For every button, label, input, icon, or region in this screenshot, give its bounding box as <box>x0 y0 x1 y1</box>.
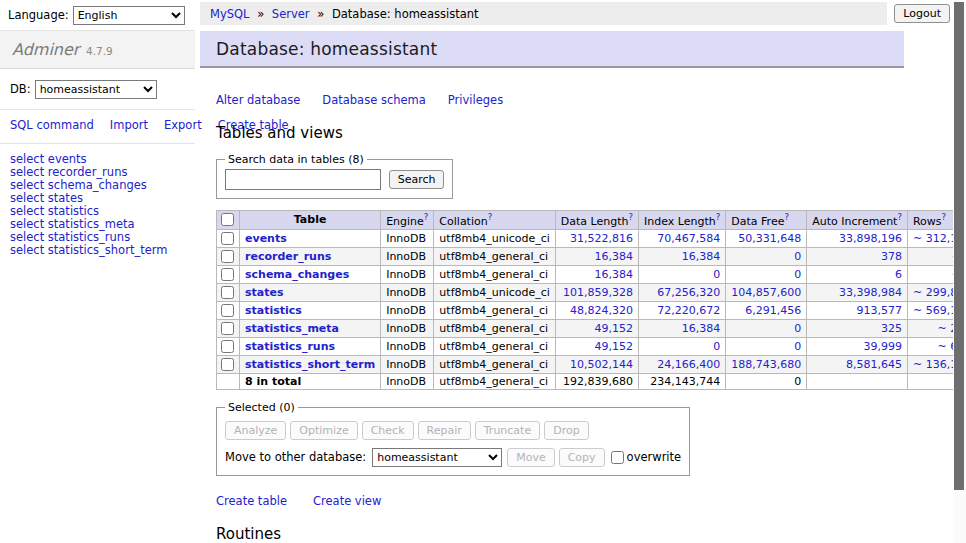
sidebar-table-link[interactable]: select statistics_meta <box>10 218 185 231</box>
collation-cell: utf8mb4_general_ci <box>434 247 555 265</box>
auto-increment-cell: 33,898,196 <box>807 229 908 247</box>
bulk-action-optimize-button[interactable]: Optimize <box>290 421 357 440</box>
db-label: DB: <box>10 82 31 96</box>
table-name-link[interactable]: states <box>245 286 284 299</box>
row-checkbox[interactable] <box>221 286 234 299</box>
row-checkbox-cell <box>217 265 240 283</box>
search-legend: Search data in tables (8) <box>225 153 367 166</box>
row-checkbox[interactable] <box>221 268 234 281</box>
engine-cell: InnoDB <box>381 337 434 355</box>
row-checkbox[interactable] <box>221 340 234 353</box>
collation-cell: utf8mb4_general_ci <box>434 337 555 355</box>
db-selector-row: DB:homeassistant <box>0 69 195 110</box>
engine-cell: InnoDB <box>381 301 434 319</box>
data-free-cell: 188,743,680 <box>726 355 807 373</box>
vertical-scrollbar-track[interactable] <box>953 0 966 543</box>
column-help-link[interactable]: ? <box>897 212 902 222</box>
row-checkbox-cell <box>217 355 240 373</box>
breadcrumb: MySQL » Server » Database: homeassistant <box>200 2 887 25</box>
main-content: MySQL » Server » Database: homeassistant… <box>200 0 904 543</box>
bulk-action-truncate-button[interactable]: Truncate <box>475 421 540 440</box>
logout-button[interactable]: Logout <box>894 4 950 23</box>
overwrite-checkbox[interactable] <box>611 451 624 464</box>
total-data-length-cell: 192,839,680 <box>555 373 638 389</box>
database-action-link[interactable]: Alter database <box>216 93 300 107</box>
data-free-cell: 0 <box>726 265 807 283</box>
index-length-cell: 70,467,584 <box>639 229 726 247</box>
sidebar-action-link[interactable]: Import <box>110 118 148 132</box>
database-action-link[interactable]: Privileges <box>448 93 503 107</box>
table-name-link[interactable]: statistics_runs <box>245 340 335 353</box>
table-row: eventsInnoDButf8mb4_unicode_ci31,522,816… <box>217 229 966 247</box>
table-name-cell: states <box>240 283 381 301</box>
sidebar-action-link[interactable]: Export <box>164 118 202 132</box>
data-length-cell: 31,522,816 <box>555 229 638 247</box>
language-label: Language: <box>8 8 69 22</box>
column-help-link[interactable]: ? <box>716 212 721 222</box>
move-db-select[interactable]: homeassistant <box>372 448 502 467</box>
search-button[interactable]: Search <box>389 170 445 189</box>
sidebar-table-link[interactable]: select statistics_short_term <box>10 244 185 257</box>
table-name-link[interactable]: statistics <box>245 304 302 317</box>
create-view-link[interactable]: Create view <box>313 494 381 508</box>
tables-table-head: TableEngine?Collation?Data Length?Index … <box>217 211 966 230</box>
select-all-checkbox[interactable] <box>221 213 234 226</box>
table-header-row: TableEngine?Collation?Data Length?Index … <box>217 211 966 230</box>
auto-increment-cell: 39,999 <box>807 337 908 355</box>
index-length-cell: 0 <box>639 265 726 283</box>
column-help-link[interactable]: ? <box>488 212 493 222</box>
total-index-length-cell: 234,143,744 <box>639 373 726 389</box>
adminer-page: Language:English Adminer 4.7.9 DB:homeas… <box>0 0 966 543</box>
search-input[interactable] <box>225 169 381 190</box>
language-select[interactable]: English <box>73 6 185 25</box>
total-data-free-cell: 0 <box>726 373 807 389</box>
table-name-link[interactable]: statistics_meta <box>245 322 339 335</box>
move-button[interactable]: Move <box>507 448 555 467</box>
copy-button[interactable]: Copy <box>559 448 605 467</box>
column-help-link[interactable]: ? <box>424 212 429 222</box>
row-checkbox[interactable] <box>221 322 234 335</box>
index-length-cell: 67,256,320 <box>639 283 726 301</box>
app-name[interactable]: Adminer <box>12 40 79 59</box>
breadcrumb-link[interactable]: Server <box>272 7 310 21</box>
table-name-link[interactable]: recorder_runs <box>245 250 331 263</box>
table-name-link[interactable]: events <box>245 232 287 245</box>
data-free-cell: 104,857,600 <box>726 283 807 301</box>
selected-actions: AnalyzeOptimizeCheckRepairTruncateDrop <box>225 421 681 440</box>
column-header-data-free: Data Free? <box>726 211 807 230</box>
sidebar-action-link[interactable]: SQL command <box>10 118 94 132</box>
column-help-link[interactable]: ? <box>629 212 634 222</box>
column-help-link[interactable]: ? <box>942 212 947 222</box>
vertical-scrollbar-thumb[interactable] <box>954 2 964 490</box>
sidebar-table-link[interactable]: select states <box>10 192 185 205</box>
overwrite-option[interactable]: overwrite <box>609 450 682 464</box>
table-name-cell: recorder_runs <box>240 247 381 265</box>
breadcrumb-link[interactable]: MySQL <box>210 7 250 21</box>
row-checkbox[interactable] <box>221 304 234 317</box>
table-name-cell: statistics_meta <box>240 319 381 337</box>
row-checkbox-cell <box>217 283 240 301</box>
bulk-action-analyze-button[interactable]: Analyze <box>225 421 286 440</box>
sidebar-table-link[interactable]: select statistics <box>10 205 185 218</box>
bulk-action-check-button[interactable]: Check <box>362 421 414 440</box>
db-select[interactable]: homeassistant <box>35 80 157 99</box>
bulk-action-repair-button[interactable]: Repair <box>418 421 471 440</box>
row-checkbox-cell <box>217 337 240 355</box>
row-checkbox[interactable] <box>221 232 234 245</box>
bulk-action-drop-button[interactable]: Drop <box>544 421 588 440</box>
auto-increment-cell: 33,398,984 <box>807 283 908 301</box>
table-name-link[interactable]: statistics_short_term <box>245 358 375 371</box>
auto-increment-cell: 325 <box>807 319 908 337</box>
row-checkbox-cell <box>217 301 240 319</box>
sidebar-table-link[interactable]: select statistics_runs <box>10 231 185 244</box>
move-row: Move to other database:homeassistantMove… <box>225 448 681 467</box>
data-length-cell: 48,824,320 <box>555 301 638 319</box>
page-title: Database: homeassistant <box>200 31 904 68</box>
create-table-link[interactable]: Create table <box>216 494 287 508</box>
row-checkbox[interactable] <box>221 358 234 371</box>
column-help-link[interactable]: ? <box>784 212 789 222</box>
table-name-link[interactable]: schema_changes <box>245 268 349 281</box>
row-checkbox[interactable] <box>221 250 234 263</box>
auto-increment-cell: 913,577 <box>807 301 908 319</box>
database-action-link[interactable]: Database schema <box>322 93 425 107</box>
